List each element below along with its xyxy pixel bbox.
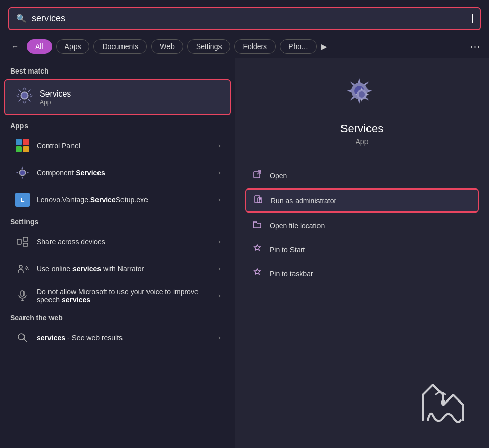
open-location-label: Open file location: [270, 222, 325, 230]
component-services-chevron: ›: [218, 169, 221, 176]
svg-rect-10: [23, 243, 28, 246]
left-panel: Best match: [0, 58, 235, 448]
svg-line-16: [24, 339, 28, 343]
tab-documents[interactable]: Documents: [93, 39, 147, 54]
search-bar-wrapper: 🔍 services: [0, 0, 489, 35]
lenovo-vantage-label: Lenovo.Vantage.ServiceSetup.exe: [37, 196, 212, 204]
share-chevron: ›: [218, 238, 221, 245]
svg-rect-5: [23, 146, 29, 152]
list-item-control-panel[interactable]: Control Panel ›: [4, 132, 231, 159]
pin-start-label: Pin to Start: [270, 246, 305, 254]
tab-web[interactable]: Web: [151, 39, 183, 54]
svg-rect-9: [23, 237, 28, 241]
svg-point-15: [18, 334, 25, 340]
web-search-icon: [14, 329, 31, 346]
pin-taskbar-label: Pin to taskbar: [270, 270, 313, 278]
settings-item-microsoft-voice[interactable]: Do not allow Microsoft to use your voice…: [4, 282, 231, 309]
svg-line-22: [257, 171, 261, 174]
best-match-item[interactable]: Services App: [4, 79, 231, 115]
control-panel-label: Control Panel: [37, 142, 212, 150]
svg-point-25: [259, 198, 261, 200]
share-label: Share across devices: [37, 238, 212, 246]
back-button[interactable]: ←: [8, 39, 22, 54]
lenovo-logo: L: [15, 193, 30, 207]
filter-tabs: ← All Apps Documents Web Settings Folder…: [0, 35, 489, 58]
best-match-info: Services App: [40, 89, 71, 106]
share-icon: [14, 233, 31, 250]
best-match-label: Best match: [0, 63, 235, 77]
play-button[interactable]: ▶: [321, 42, 327, 51]
settings-section-label: Settings: [0, 214, 235, 228]
right-panel-app-title: Services: [340, 122, 383, 135]
settings-item-share[interactable]: Share across devices ›: [4, 228, 231, 255]
admin-icon: [252, 195, 264, 206]
narrator-chevron: ›: [218, 265, 221, 272]
pin-start-icon: [251, 244, 263, 255]
component-services-label: Component Services: [37, 169, 212, 177]
main-window: 🔍 services ← All Apps Documents Web Sett…: [0, 0, 489, 448]
right-panel-app-type: App: [356, 137, 369, 146]
svg-point-11: [19, 265, 22, 268]
svg-point-20: [359, 91, 365, 98]
app-large-icon: [341, 73, 382, 114]
action-open[interactable]: Open: [245, 164, 479, 186]
svg-rect-3: [23, 139, 29, 145]
services-icon: [15, 86, 34, 108]
best-match-type: App: [40, 99, 71, 106]
search-icon: 🔍: [16, 14, 27, 23]
action-pin-taskbar[interactable]: Pin to taskbar: [245, 263, 479, 285]
svg-rect-8: [17, 239, 21, 244]
search-input[interactable]: services: [32, 13, 466, 24]
web-search-label: services - See web results: [37, 334, 212, 342]
action-run-admin[interactable]: Run as administrator: [245, 188, 479, 213]
lenovo-icon: L: [14, 192, 31, 208]
cursor: [472, 14, 473, 23]
watermark: [412, 380, 474, 433]
settings-item-narrator[interactable]: Use online services with Narrator ›: [4, 255, 231, 282]
best-match-name: Services: [40, 89, 71, 99]
svg-rect-12: [21, 291, 24, 296]
narrator-label: Use online services with Narrator: [37, 265, 212, 273]
web-search-item[interactable]: services - See web results ›: [4, 324, 231, 351]
microsoft-voice-chevron: ›: [218, 292, 221, 299]
apps-section-label: Apps: [0, 117, 235, 132]
action-list: Open Run as administrator: [245, 164, 479, 285]
list-item-component-services[interactable]: Component Services ›: [4, 159, 231, 186]
open-icon: [251, 170, 263, 181]
run-admin-label: Run as administrator: [271, 197, 336, 205]
microphone-icon: [14, 288, 31, 304]
action-pin-start[interactable]: Pin to Start: [245, 239, 479, 261]
search-bar[interactable]: 🔍 services: [8, 7, 481, 30]
tab-apps[interactable]: Apps: [56, 39, 90, 54]
tab-all[interactable]: All: [27, 39, 52, 54]
panel-divider: [245, 156, 479, 156]
tab-folders[interactable]: Folders: [234, 39, 276, 54]
svg-point-26: [441, 400, 446, 405]
svg-rect-2: [16, 139, 22, 145]
folder-icon: [251, 220, 263, 231]
pin-taskbar-icon: [251, 268, 263, 279]
action-open-location[interactable]: Open file location: [245, 215, 479, 237]
lenovo-chevron: ›: [218, 196, 221, 203]
microsoft-voice-label: Do not allow Microsoft to use your voice…: [37, 288, 212, 304]
svg-rect-4: [16, 146, 22, 152]
web-section-label: Search the web: [0, 310, 235, 324]
tab-photos[interactable]: Pho…: [280, 39, 317, 54]
narrator-icon: [14, 261, 31, 277]
list-item-lenovo-vantage[interactable]: L Lenovo.Vantage.ServiceSetup.exe ›: [4, 186, 231, 213]
control-panel-chevron: ›: [218, 142, 221, 149]
open-label: Open: [270, 172, 287, 180]
more-button[interactable]: ···: [470, 41, 481, 52]
svg-point-7: [20, 171, 25, 175]
component-services-icon: [14, 164, 31, 181]
web-search-chevron: ›: [218, 334, 221, 341]
svg-point-1: [22, 93, 27, 98]
control-panel-icon: [14, 137, 31, 154]
tab-settings[interactable]: Settings: [187, 39, 231, 54]
